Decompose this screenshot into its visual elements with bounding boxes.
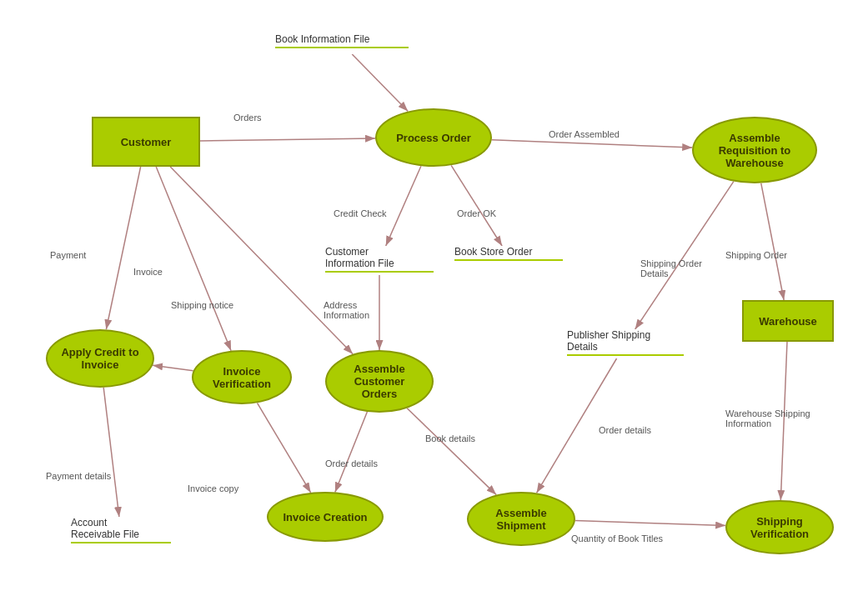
svg-line-7 bbox=[156, 167, 231, 351]
svg-line-4 bbox=[451, 165, 502, 246]
node-invoice_verify[interactable]: InvoiceVerification bbox=[192, 350, 292, 404]
edge-label: Order Assembled bbox=[549, 129, 620, 139]
svg-line-18 bbox=[257, 403, 310, 493]
node-apply_credit[interactable]: Apply Credit toInvoice bbox=[46, 329, 154, 388]
svg-line-5 bbox=[492, 140, 692, 148]
edge-label: Payment bbox=[50, 250, 86, 260]
node-book_store_order[interactable]: Book Store Order bbox=[454, 246, 563, 267]
connections-svg bbox=[0, 0, 868, 596]
edge-label: Book details bbox=[425, 433, 475, 443]
node-assemble_shipment[interactable]: AssembleShipment bbox=[467, 492, 575, 546]
node-customer_info_file[interactable]: CustomerInformation File bbox=[325, 246, 434, 275]
svg-line-2 bbox=[200, 138, 375, 141]
edge-label: Shipping OrderDetails bbox=[640, 258, 702, 278]
edge-label: AddressInformation bbox=[324, 300, 369, 320]
edge-label: Order OK bbox=[457, 208, 496, 218]
svg-line-10 bbox=[761, 183, 784, 300]
edge-label: Order details bbox=[325, 458, 378, 468]
node-assemble_orders[interactable]: AssembleCustomerOrders bbox=[325, 350, 434, 413]
node-process_order[interactable]: Process Order bbox=[375, 108, 492, 167]
edge-label: Shipping Order bbox=[725, 250, 787, 260]
svg-line-15 bbox=[780, 342, 787, 500]
svg-line-12 bbox=[407, 408, 496, 495]
node-shipping_verify[interactable]: ShippingVerification bbox=[725, 500, 834, 554]
edge-label: Invoice copy bbox=[188, 483, 238, 493]
edge-label: Shipping notice bbox=[171, 300, 233, 310]
edge-label: Order details bbox=[599, 425, 651, 435]
svg-line-11 bbox=[635, 182, 734, 329]
edge-label: Warehouse ShippingInformation bbox=[725, 408, 810, 428]
node-account_recv[interactable]: AccountReceivable File bbox=[71, 517, 171, 546]
edge-label: Quantity of Book Titles bbox=[571, 533, 663, 543]
node-publisher_shipping[interactable]: Publisher ShippingDetails bbox=[567, 329, 684, 358]
svg-line-14 bbox=[537, 358, 617, 493]
svg-line-6 bbox=[106, 167, 140, 329]
node-warehouse[interactable]: Warehouse bbox=[742, 300, 834, 342]
edge-label: Payment details bbox=[46, 471, 111, 481]
node-assemble_req[interactable]: AssembleRequisition toWarehouse bbox=[692, 117, 817, 183]
svg-line-1 bbox=[352, 54, 408, 112]
edge-label: Orders bbox=[233, 113, 262, 123]
diagram-canvas: CustomerProcess OrderAssembleRequisition… bbox=[0, 0, 868, 596]
svg-line-17 bbox=[153, 365, 193, 370]
edge-label: Invoice bbox=[133, 267, 163, 277]
svg-line-13 bbox=[335, 412, 368, 492]
node-customer[interactable]: Customer bbox=[92, 117, 200, 167]
node-book_info_file[interactable]: Book Information File bbox=[275, 33, 409, 54]
svg-line-19 bbox=[103, 388, 119, 517]
node-invoice_creation[interactable]: Invoice Creation bbox=[267, 492, 384, 542]
svg-line-3 bbox=[386, 166, 421, 246]
edge-label: Credit Check bbox=[334, 208, 387, 218]
svg-line-16 bbox=[575, 521, 725, 526]
